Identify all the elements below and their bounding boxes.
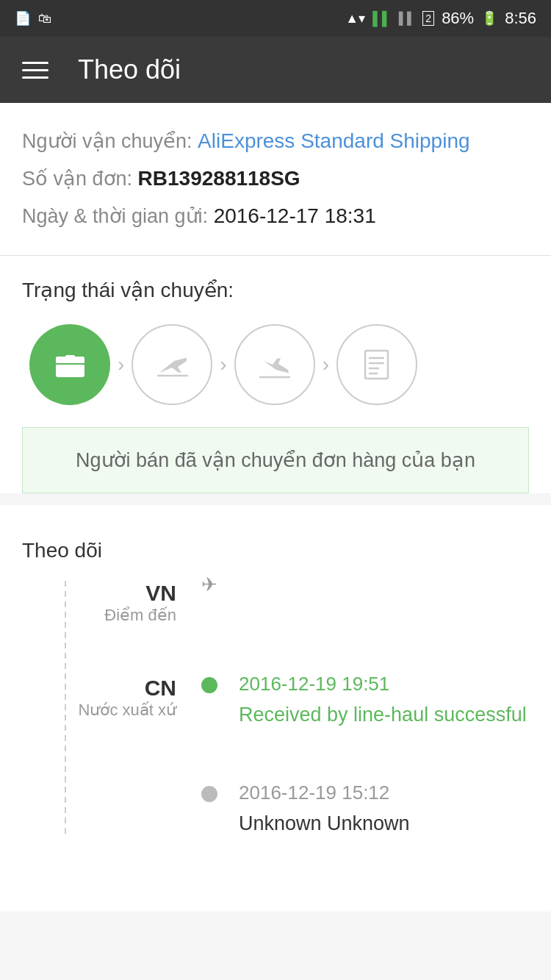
country-cn: CN <box>66 676 176 701</box>
step-landing <box>234 324 315 405</box>
timeline-left-unknown <box>66 782 198 784</box>
package-icon <box>50 345 90 385</box>
toolbar: Theo dõi <box>0 37 551 103</box>
hamburger-line2 <box>22 69 48 71</box>
timeline-left-cn: CN Nước xuất xứ <box>66 673 198 720</box>
tracking-label: Số vận đơn: <box>22 168 132 190</box>
dot-area-cn <box>198 673 220 693</box>
timeline-item-cn: CN Nước xuất xứ 2016-12-19 19:51 Receive… <box>66 673 529 730</box>
step-package <box>29 324 110 405</box>
status-title: Trạng thái vận chuyển: <box>22 278 529 302</box>
wifi-icon: ▲▾ <box>345 10 365 26</box>
plane-icon: ✈ <box>201 573 217 596</box>
menu-button[interactable] <box>22 62 48 79</box>
status-bar-left: 📄 🛍 <box>15 10 51 26</box>
spacer2 <box>66 759 529 782</box>
arrow1: › <box>118 353 124 376</box>
dot-area-unknown <box>198 782 220 802</box>
shipper-row: Người vận chuyển: AliExpress Standard Sh… <box>22 125 529 158</box>
hamburger-line1 <box>22 62 48 64</box>
timeline: VN Điểm đến ✈ CN Nước xuất xứ <box>22 581 529 838</box>
sim-icon: 2 <box>422 11 434 26</box>
takeoff-icon <box>152 345 192 385</box>
event-time-2: 2016-12-19 15:12 <box>239 782 529 804</box>
timeline-item-vn: VN Điểm đến ✈ <box>66 581 529 625</box>
date-label: Ngày & thời gian gửi: <box>22 205 208 227</box>
step-takeoff <box>132 324 212 405</box>
bag-icon: 🛍 <box>38 11 51 26</box>
page-title: Theo dõi <box>78 54 181 85</box>
document-icon <box>356 345 397 385</box>
status-bar: 📄 🛍 ▲▾ ▌▌ ▌▌ 2 86% 🔋 8:56 <box>0 0 551 37</box>
step-document <box>336 324 417 405</box>
dot-area-vn: ✈ <box>198 581 220 584</box>
status-section: Trạng thái vận chuyển: › › <box>0 256 551 493</box>
bottom-padding <box>0 868 551 912</box>
status-bar-right: ▲▾ ▌▌ ▌▌ 2 86% 🔋 8:56 <box>345 9 536 28</box>
battery-percent: 86% <box>442 9 474 28</box>
arrow2: › <box>220 353 226 376</box>
dot-unknown <box>201 786 217 802</box>
sublabel-vn: Điểm đến <box>66 606 176 625</box>
country-vn: VN <box>66 581 176 606</box>
time-display: 8:56 <box>505 9 536 28</box>
tracking-row: Số vận đơn: RB139288118SG <box>22 162 529 196</box>
timeline-right-unknown: 2016-12-19 15:12 Unknown Unknown <box>220 782 529 839</box>
spacer1 <box>66 636 529 673</box>
signal-icon: ▌▌ <box>372 11 392 26</box>
signal-icon2: ▌▌ <box>399 12 416 25</box>
event-time-1: 2016-12-19 19:51 <box>239 673 529 695</box>
shipper-label: Người vận chuyển: <box>22 130 192 152</box>
date-row: Ngày & thời gian gửi: 2016-12-17 18:31 <box>22 200 529 233</box>
event-desc-2: Unknown Unknown <box>239 809 529 839</box>
event-desc-1: Received by line-haul successful <box>239 700 529 730</box>
info-section: Người vận chuyển: AliExpress Standard Sh… <box>0 103 551 255</box>
steps-row: › › › <box>22 324 529 405</box>
timeline-left-vn: VN Điểm đến <box>66 581 198 625</box>
battery-icon: 🔋 <box>481 10 497 26</box>
status-message: Người bán đã vận chuyển đơn hàng của bạn <box>22 427 529 493</box>
date-value: 2016-12-17 18:31 <box>214 204 376 227</box>
sublabel-cn: Nước xuất xứ <box>66 701 176 720</box>
landing-icon <box>254 345 295 385</box>
timeline-right-cn: 2016-12-19 19:51 Received by line-haul s… <box>220 673 529 730</box>
hamburger-line3 <box>22 76 48 79</box>
main-content: Người vận chuyển: AliExpress Standard Sh… <box>0 103 551 912</box>
doc-icon: 📄 <box>15 10 31 26</box>
timeline-item-unknown: 2016-12-19 15:12 Unknown Unknown <box>66 782 529 839</box>
tracking-number: RB139288118SG <box>138 167 300 190</box>
svg-rect-6 <box>365 351 388 379</box>
shipper-name: AliExpress Standard Shipping <box>198 129 469 152</box>
tracking-section: Theo dõi VN Điểm đến ✈ CN <box>0 517 551 838</box>
dot-cn <box>201 677 217 693</box>
tracking-title: Theo dõi <box>22 539 529 562</box>
arrow3: › <box>323 353 329 376</box>
gap-divider <box>0 493 551 505</box>
